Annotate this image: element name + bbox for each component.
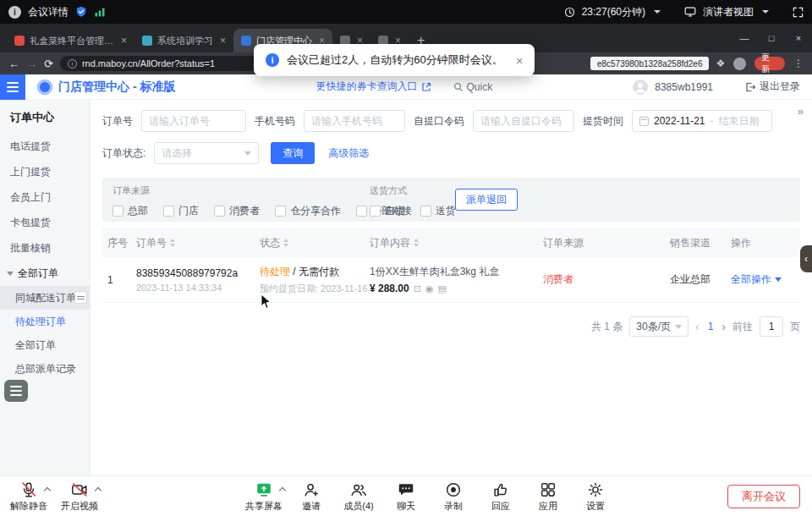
checkbox-icon[interactable] — [275, 206, 286, 217]
session-pill[interactable]: e8c573980b1328a258fd2e6 — [590, 57, 710, 70]
checkbox-source-share-coop[interactable]: 仓分享合作 — [275, 204, 341, 218]
video-options-caret-icon[interactable] — [96, 488, 101, 493]
date-end-placeholder[interactable]: 结束日期 — [719, 114, 760, 129]
coupon-query-link[interactable]: 更快捷的券卡查询入口 — [316, 80, 431, 94]
sort-icon[interactable] — [170, 239, 175, 247]
toast-close-icon[interactable]: × — [516, 53, 524, 68]
meeting-timer[interactable]: 23:27(60分钟) — [582, 5, 645, 19]
view-caret-icon[interactable] — [762, 10, 769, 14]
site-info-icon[interactable]: i — [68, 59, 77, 69]
sort-icon[interactable] — [283, 239, 288, 247]
pickup-code-input[interactable] — [473, 110, 574, 132]
advanced-filter-link[interactable]: 高级筛选 — [328, 146, 369, 161]
floating-list-widget[interactable] — [4, 380, 28, 402]
chat-button[interactable]: 聊天 — [386, 480, 426, 513]
window-minimize-button[interactable]: — — [731, 24, 758, 52]
filter-row-2: 订单状态: 请选择 查询 高级筛选 — [102, 142, 800, 164]
col-status[interactable]: 状态 — [260, 236, 370, 250]
apps-button[interactable]: 应用 — [528, 480, 568, 513]
record-mini-icon[interactable]: ◉ — [425, 283, 434, 294]
sidebar-item-city-delivery[interactable]: 同城配送订单 — [0, 286, 90, 310]
security-shield-icon[interactable] — [75, 6, 87, 18]
sidebar-group-all-orders[interactable]: 全部订单 — [0, 261, 90, 286]
date-start-value[interactable]: 2022-11-21 — [654, 115, 705, 127]
sort-icon[interactable] — [414, 239, 419, 247]
members-button[interactable]: 成员(4) — [338, 480, 379, 513]
view-mode-label[interactable]: 演讲者视图 — [703, 5, 754, 19]
collapse-filters-icon[interactable]: » — [798, 105, 804, 118]
screen: i 会议详情 23:27(60分钟) 演讲 — [0, 0, 812, 516]
fullscreen-icon[interactable] — [793, 7, 804, 18]
leave-meeting-button[interactable]: 离开会议 — [727, 485, 800, 508]
window-maximize-button[interactable]: □ — [758, 24, 785, 52]
current-page[interactable]: 1 — [708, 321, 714, 332]
goto-page-input[interactable] — [760, 316, 783, 337]
next-page-button[interactable]: › — [721, 321, 726, 332]
logout-button[interactable]: 退出登录 — [745, 80, 800, 94]
checkbox-icon[interactable] — [356, 206, 367, 217]
page-size-select[interactable]: 30条/页 — [629, 316, 689, 337]
checkbox-delivery-deliver[interactable]: 送货 — [420, 204, 456, 218]
sidebar-item-card-pickup[interactable]: 卡包提货 — [0, 210, 90, 235]
share-options-caret-icon[interactable] — [280, 488, 285, 493]
meeting-details-label[interactable]: 会议详情 — [28, 5, 69, 19]
sidebar-item-hq-dispatch-log[interactable]: 总部派单记录 — [0, 357, 90, 381]
mic-options-caret-icon[interactable] — [45, 488, 50, 493]
browser-menu-icon[interactable]: ⋮ — [793, 58, 804, 69]
tab-close-icon[interactable]: × — [121, 35, 127, 47]
sidebar-item-door-pickup[interactable]: 上门提货 — [0, 159, 90, 184]
unmute-button[interactable]: 解除静音 — [8, 480, 49, 513]
note-mini-icon[interactable]: ▤ — [438, 283, 447, 294]
checkbox-icon[interactable] — [370, 206, 381, 217]
row-actions-dropdown[interactable]: 全部操作 — [731, 272, 800, 287]
sidebar-item-pending-orders[interactable]: 待处理订单 — [0, 310, 90, 333]
sidebar-item-member-visit[interactable]: 会员上门 — [0, 184, 90, 210]
sidebar-item-phone-pickup[interactable]: 电话提货 — [0, 134, 90, 159]
browser-profile-avatar[interactable] — [733, 58, 746, 70]
checkbox-icon[interactable] — [163, 206, 174, 217]
forward-button[interactable]: → — [26, 58, 37, 69]
timer-caret-icon[interactable] — [654, 10, 661, 14]
dispatch-return-button[interactable]: 派单退回 — [455, 189, 518, 211]
extensions-icon[interactable]: ❖ — [716, 58, 725, 69]
checkbox-source-hq[interactable]: 总部 — [112, 204, 148, 218]
settings-button[interactable]: 设置 — [575, 480, 616, 513]
start-video-button[interactable]: 开启视频 — [59, 480, 100, 513]
phone-input[interactable] — [304, 110, 405, 132]
order-status-select[interactable]: 请选择 — [154, 142, 259, 164]
col-order-no[interactable]: 订单号 — [136, 236, 260, 250]
checkbox-delivery-pickup[interactable]: 自提 — [370, 204, 405, 218]
username[interactable]: 8385wb1991 — [655, 81, 713, 93]
invite-button[interactable]: 邀请 — [291, 480, 332, 513]
search-button[interactable]: 查询 — [271, 142, 315, 164]
user-avatar[interactable] — [633, 80, 648, 95]
checkbox-icon[interactable] — [112, 206, 123, 217]
prev-page-button[interactable]: ‹ — [695, 321, 700, 332]
col-content[interactable]: 订单内容 — [370, 236, 543, 250]
checkbox-source-store[interactable]: 门店 — [163, 204, 199, 218]
drag-handle-icon[interactable] — [74, 291, 87, 304]
checkbox-icon[interactable] — [214, 206, 225, 217]
browser-tab-1[interactable]: 礼盒菜终平台管理中心 × — [7, 29, 134, 52]
reactions-button[interactable]: 回应 — [480, 480, 521, 513]
record-button[interactable]: 录制 — [433, 480, 474, 513]
order-no-input[interactable] — [141, 110, 246, 132]
quick-search[interactable]: Quick — [453, 81, 493, 93]
browser-tab-2[interactable]: 系统培训学习 × — [134, 29, 233, 52]
image-mini-icon[interactable]: ⊡ — [414, 283, 421, 294]
date-range-picker[interactable]: 2022-11-21 - 结束日期 — [632, 110, 772, 132]
tab-close-icon[interactable]: × — [220, 35, 226, 47]
sidebar-item-batch-verify[interactable]: 批量核销 — [0, 235, 90, 261]
window-close-button[interactable]: × — [785, 24, 812, 52]
side-panel-collapse-tab[interactable]: ‹ — [800, 245, 812, 272]
reload-button[interactable]: ⟳ — [44, 58, 53, 69]
checkbox-source-consumer[interactable]: 消费者 — [214, 204, 260, 218]
back-button[interactable]: ← — [8, 58, 19, 69]
sidebar-item-all-orders[interactable]: 全部订单 — [0, 333, 90, 357]
browser-update-button[interactable]: 更新 — [754, 57, 785, 70]
meeting-info-icon[interactable]: i — [8, 6, 21, 19]
order-number[interactable]: 83859345088979792a — [136, 267, 260, 279]
app-menu-button[interactable] — [0, 74, 25, 100]
share-screen-button[interactable]: 共享屏幕 — [244, 480, 284, 513]
checkbox-icon[interactable] — [420, 206, 431, 217]
